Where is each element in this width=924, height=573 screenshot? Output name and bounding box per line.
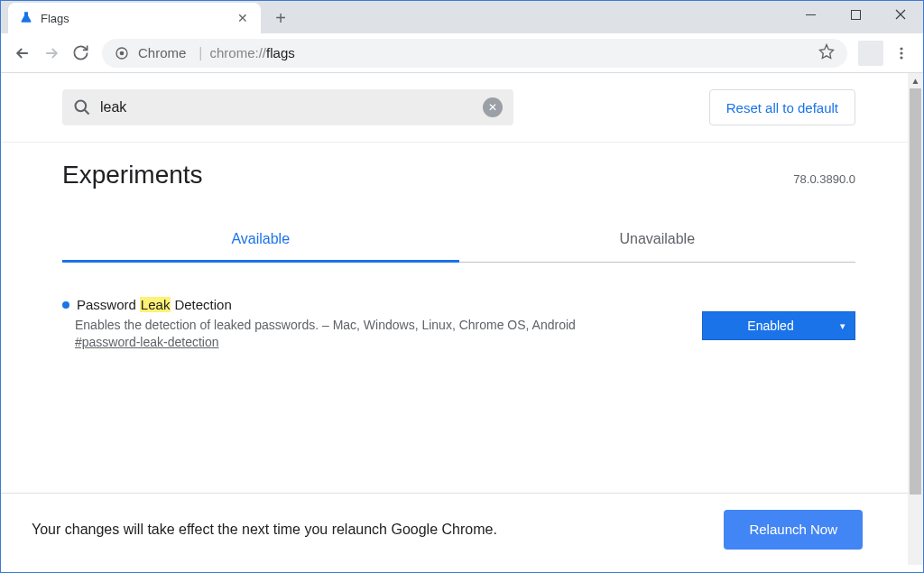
relaunch-button[interactable]: Relaunch Now (724, 510, 863, 550)
search-input[interactable] (100, 99, 483, 116)
clear-search-icon[interactable]: ✕ (483, 97, 503, 117)
back-button[interactable] (8, 39, 37, 68)
tab-title: Flags (41, 12, 236, 25)
experiment-permalink[interactable]: #password-leak-detection (75, 335, 684, 349)
browser-toolbar: Chrome | chrome://flags (1, 33, 923, 73)
experiment-description: Enables the detection of leaked password… (75, 318, 684, 332)
svg-point-9 (76, 101, 87, 112)
url-text: chrome://flags (210, 45, 295, 61)
experiment-row: Password Leak Detection Enables the dete… (1, 263, 908, 367)
browser-menu-button[interactable] (887, 39, 916, 68)
search-icon (73, 98, 91, 116)
experiment-tabs: Available Unavailable (62, 218, 855, 263)
chrome-version: 78.0.3890.0 (793, 172, 855, 186)
svg-point-6 (900, 47, 902, 50)
browser-tab[interactable]: Flags ✕ (8, 3, 261, 33)
svg-point-8 (900, 56, 902, 59)
maximize-button[interactable] (833, 1, 878, 28)
close-tab-icon[interactable]: ✕ (236, 11, 250, 25)
reset-all-button[interactable]: Reset all to default (709, 89, 855, 125)
reload-button[interactable] (66, 39, 95, 68)
minimize-button[interactable] (788, 1, 833, 28)
scroll-up-icon[interactable]: ▲ (908, 73, 923, 88)
svg-point-5 (120, 51, 125, 55)
scrollbar[interactable]: ▲ (908, 73, 923, 565)
forward-button[interactable] (37, 39, 66, 68)
address-bar[interactable]: Chrome | chrome://flags (102, 39, 847, 68)
chrome-icon (115, 46, 129, 60)
modified-indicator-icon (62, 301, 69, 309)
svg-line-10 (85, 110, 89, 115)
tab-available[interactable]: Available (62, 218, 459, 263)
page-title: Experiments (62, 161, 203, 189)
bookmark-star-icon[interactable] (818, 43, 835, 63)
tab-strip: Flags ✕ + (1, 1, 923, 33)
close-window-button[interactable] (878, 1, 923, 28)
relaunch-message: Your changes will take effect the next t… (32, 522, 497, 538)
flags-search-box[interactable]: ✕ (62, 89, 513, 125)
scrollbar-thumb[interactable] (910, 88, 921, 494)
profile-avatar[interactable] (858, 41, 883, 66)
relaunch-bar: Your changes will take effect the next t… (1, 493, 908, 565)
flags-header: ✕ Reset all to default (1, 73, 908, 143)
omnibox-divider: | (199, 45, 202, 61)
window-controls (788, 1, 923, 33)
flask-icon (19, 11, 33, 25)
new-tab-button[interactable]: + (268, 5, 293, 31)
tab-unavailable[interactable]: Unavailable (459, 218, 856, 263)
page-content: ✕ Reset all to default Experiments 78.0.… (1, 73, 923, 565)
site-label: Chrome (138, 45, 186, 60)
svg-point-7 (900, 51, 902, 54)
experiment-state-select[interactable]: Enabled (702, 311, 855, 340)
svg-rect-1 (851, 10, 860, 19)
experiment-title: Password Leak Detection (62, 297, 684, 312)
